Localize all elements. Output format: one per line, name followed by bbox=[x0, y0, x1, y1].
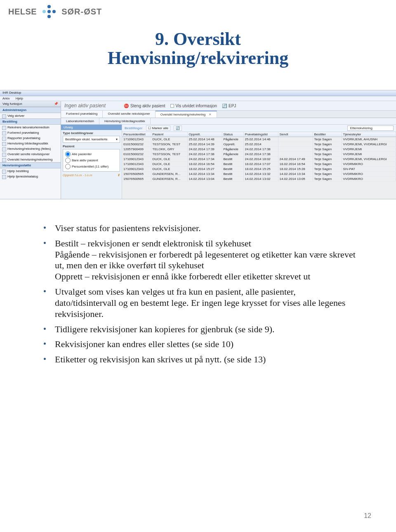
page-title: 9. Oversikt Henvisning/rekvirering bbox=[0, 30, 396, 68]
patient-bar: Ingen aktiv pasient ⛔ Steng aktiv pasien… bbox=[61, 101, 396, 111]
bullet-3-text: rekvisisjonen er forberedt på legesenter… bbox=[55, 249, 356, 271]
expand-icon[interactable]: ⬍ bbox=[117, 173, 120, 177]
sidebar-item[interactable]: Hjelp tjenestekatalog bbox=[0, 174, 61, 179]
tab-oversikt-sendte[interactable]: Oversikt sendte rekvisisjoner bbox=[103, 111, 155, 118]
table-cell: 01015000232 bbox=[122, 152, 151, 157]
utvalg-panel: Utvalg Type bestilling/svar Bestillinger… bbox=[61, 125, 122, 199]
col-pasient[interactable]: Pasient bbox=[151, 132, 187, 137]
table-cell: Pågående bbox=[222, 152, 243, 157]
radio-bare-aktiv[interactable]: Bare aktiv pasient bbox=[65, 158, 118, 163]
section-henvisningsstotte[interactable]: Henvisningsstøtte bbox=[0, 162, 61, 168]
window-titlebar: IHR Desktop bbox=[0, 90, 396, 96]
col-sendt[interactable]: Sendt bbox=[278, 132, 313, 137]
radio-alle-pasienter[interactable]: Alle pasienter bbox=[65, 151, 118, 157]
table-cell: Terje Sagen bbox=[313, 137, 342, 142]
table-cell: 24.02.2014 18:02 bbox=[243, 157, 278, 162]
sidebar-item[interactable]: Henvisning/rekvirering (felles) bbox=[0, 146, 61, 151]
svg-point-4 bbox=[52, 10, 56, 13]
close-patient-button[interactable]: ⛔ Steng aktiv pasient bbox=[124, 104, 165, 108]
sidebar-item[interactable]: Velg skriver bbox=[0, 113, 61, 118]
title-line-1: 9. Oversikt bbox=[0, 30, 396, 49]
marker-alle-label: Marker alle bbox=[152, 126, 169, 130]
col-bestiller[interactable]: Bestiller bbox=[313, 132, 342, 137]
stop-icon: ⛔ bbox=[124, 104, 129, 108]
table-cell: 18.02.2014 16:54 bbox=[187, 162, 222, 167]
menu-arkiv[interactable]: Arkiv bbox=[2, 97, 10, 100]
sidebar-item[interactable]: Rekvirere laboratoriemedisin bbox=[0, 125, 61, 130]
show-extended-checkbox[interactable]: Vis utvidet informasjon bbox=[170, 104, 217, 108]
col-opprett[interactable]: Opprett. bbox=[187, 132, 222, 137]
table-cell: Bestilt bbox=[222, 167, 243, 172]
table-row[interactable]: 01015000232TESTSSON, TEST25.02.2014 14:3… bbox=[122, 142, 396, 147]
sidebar-item[interactable]: Forbered prøvetaking bbox=[0, 130, 61, 135]
table-row[interactable]: 17109012343DUCK, OLE18.02.2014 15:27Best… bbox=[122, 167, 396, 172]
subtab-bildediagnostikk[interactable]: Henvisning bildediagnostikk bbox=[99, 118, 151, 124]
close-icon[interactable]: ✕ bbox=[209, 113, 212, 116]
table-header-row: Personidentitet Pasient Opprett. Status … bbox=[122, 132, 396, 137]
table-cell: 17109012343 bbox=[122, 157, 151, 162]
bullet-6: Tidligere rekvisisjoner kan kopieres for… bbox=[43, 324, 357, 335]
menu-hjelp[interactable]: Hjelp bbox=[16, 97, 23, 100]
refresh-icon: 🔄 bbox=[176, 126, 180, 130]
show-extended-label: Vis utvidet informasjon bbox=[176, 104, 217, 108]
table-row[interactable]: 17109012343DUCK, OLE25.02.2014 14:48Pågå… bbox=[122, 137, 396, 142]
epj-button[interactable]: 🔄 EPJ bbox=[222, 104, 236, 108]
table-cell: 25.02.2014 14:39 bbox=[187, 142, 222, 147]
table-cell: 14.02.2014 13:05 bbox=[278, 177, 313, 182]
tab-oversikt-henvisning-rekvirering[interactable]: Oversikt henvisning/rekvirering ✕ bbox=[156, 111, 217, 118]
sidebar-item[interactable]: Hjelp bestilling bbox=[0, 168, 61, 174]
status-pagaende: Pågående bbox=[55, 249, 90, 260]
table-cell: Bestilt bbox=[222, 172, 243, 177]
refresh-button[interactable]: 🔄 bbox=[174, 125, 182, 131]
table-row[interactable]: 15076500565GUNDERSEN, R...14.02.2014 13:… bbox=[122, 172, 396, 177]
sidebar-item[interactable]: Henvisning bildediagnostikk bbox=[0, 141, 61, 146]
table-cell: 24.02.2014 17:38 bbox=[243, 147, 278, 152]
sidebar-item[interactable]: Oversikt henvisning/rekvirering bbox=[0, 157, 61, 162]
table-cell: Pågående bbox=[222, 137, 243, 142]
table-row[interactable]: 12057900499TELOKK, GRY24.02.2014 17:39På… bbox=[122, 147, 396, 152]
table-cell: VVDRMIKRO bbox=[342, 162, 396, 167]
table-row[interactable]: 15076500565GUNDERSEN, R...14.02.2014 13:… bbox=[122, 177, 396, 182]
table-cell: TESTSSON, TEST bbox=[151, 142, 187, 147]
tab-forbered-provetaking[interactable]: Forbered prøvetaking bbox=[61, 111, 103, 118]
slide-body: Viser status for pasientens rekvisisjone… bbox=[43, 223, 357, 369]
table-cell: 14.02.2014 13:34 bbox=[187, 172, 222, 177]
table-row[interactable]: 17109012343DUCK, OLE18.02.2014 16:54Best… bbox=[122, 162, 396, 167]
no-active-patient-label: Ingen aktiv pasient bbox=[64, 103, 106, 109]
epj-label: EPJ bbox=[229, 104, 236, 108]
table-cell: 17109012343 bbox=[122, 167, 151, 172]
col-tjenesteyter[interactable]: Tjenesteyter bbox=[342, 132, 396, 137]
table-cell: 18.02.2014 15:27 bbox=[187, 167, 222, 172]
etterrekvirering-field[interactable]: Etterrekvirering bbox=[347, 125, 394, 131]
table-cell: VVDRKJEMI, VVDRALLERGI bbox=[342, 142, 396, 147]
marker-alle-button[interactable]: ☐ Marker alle bbox=[146, 125, 171, 131]
col-personidentitet[interactable]: Personidentitet bbox=[122, 132, 151, 137]
table-cell: Bestilt bbox=[222, 177, 243, 182]
type-bestilling-dropdown[interactable]: Bestillinger ekskl. kansellerte ▾ bbox=[63, 136, 120, 143]
table-cell bbox=[278, 147, 313, 152]
subtab-laboratoriemedisin[interactable]: Laboratoriemedisin bbox=[61, 118, 99, 124]
col-status[interactable]: Status bbox=[222, 132, 243, 137]
table-cell: Terje Sagen bbox=[313, 177, 342, 182]
section-bestilling[interactable]: Bestilling bbox=[0, 118, 61, 125]
section-administrasjon[interactable]: Administrasjon bbox=[0, 107, 61, 113]
sidebar-item[interactable]: Oversikt sendte rekvisisjoner bbox=[0, 151, 61, 157]
table-cell: TESTSSON, TEST bbox=[151, 152, 187, 157]
tabs-row-1: Forbered prøvetaking Oversikt sendte rek… bbox=[61, 111, 396, 118]
radio-label: Bare aktiv pasient bbox=[72, 158, 98, 162]
radio-personidentitet[interactable]: Personidentitet (11 siffer) bbox=[65, 164, 118, 169]
bullet-2-text: rekvisjonen er sendt elektronisk til syk… bbox=[87, 238, 251, 248]
table-cell: 01015000232 bbox=[122, 142, 151, 147]
bullet-7: Rekvisisjoner kan endres eller slettes (… bbox=[43, 339, 357, 350]
table-row[interactable]: 17109012343DUCK, OLE24.02.2014 17:34Best… bbox=[122, 157, 396, 162]
table-cell: 24.02.2014 17:38 bbox=[187, 152, 222, 157]
table-row[interactable]: 01015000232TESTSSON, TEST24.02.2014 17:3… bbox=[122, 152, 396, 157]
sidebar-item[interactable]: Rapporter prøvetaking bbox=[0, 135, 61, 141]
table-cell: Terje Sagen bbox=[313, 167, 342, 172]
pin-icon[interactable]: 📌 bbox=[54, 102, 58, 106]
col-provetaking[interactable]: Prøvetakingstid bbox=[243, 132, 278, 137]
pasient-radio-group: Alle pasienter Bare aktiv pasient Person… bbox=[63, 149, 120, 172]
table-cell bbox=[278, 142, 313, 147]
table-cell: 17109012343 bbox=[122, 137, 151, 142]
table-cell: 24.02.2014 17:38 bbox=[243, 152, 278, 157]
